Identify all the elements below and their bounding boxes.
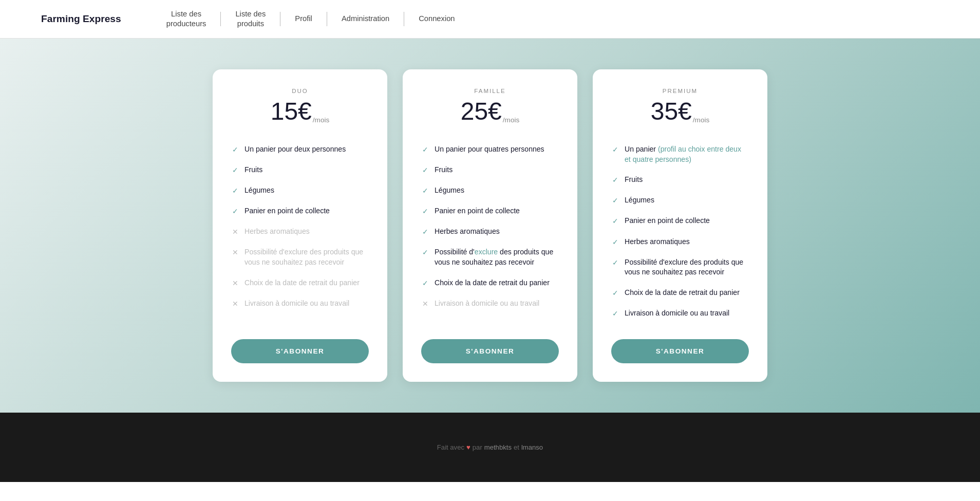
navbar-brand[interactable]: Farming Express — [41, 13, 121, 25]
x-icon: ✕ — [231, 279, 239, 288]
feature-premium-5: ✓ Herbes aromatiques — [611, 232, 749, 252]
feature-duo-5: ✕ Herbes aromatiques — [231, 221, 369, 242]
navbar-item-administration[interactable]: Administration — [327, 14, 404, 24]
check-icon: ✓ — [611, 196, 619, 206]
feature-duo-4: ✓ Panier en point de collecte — [231, 201, 369, 221]
footer-author1[interactable]: methbkts — [484, 443, 512, 451]
main-content: DUO 15€/mois ✓ Un panier pour deux perso… — [0, 39, 980, 413]
plan-price-premium: 35€/mois — [611, 99, 749, 124]
navbar-link-produits[interactable]: Liste des produits — [221, 9, 280, 29]
feature-premium-6: ✓ Possibilité d'exclure des produits que… — [611, 252, 749, 283]
feature-text: Un panier pour quatres personnes — [435, 144, 544, 155]
feature-text: Fruits — [625, 175, 643, 185]
navbar-link-connexion[interactable]: Connexion — [404, 14, 469, 24]
subscribe-button-duo[interactable]: S'ABONNER — [231, 339, 369, 363]
feature-duo-7: ✕ Choix de la date de retrait du panier — [231, 273, 369, 293]
check-icon: ✓ — [421, 207, 429, 216]
x-icon: ✕ — [421, 299, 429, 309]
feature-premium-3: ✓ Légumes — [611, 190, 749, 211]
navbar-link-profil[interactable]: Profil — [280, 14, 327, 24]
price-amount-famille: 25€ — [461, 98, 502, 125]
pricing-card-famille: FAMILLE 25€/mois ✓ Un panier pour quatre… — [403, 69, 577, 382]
feature-famille-5: ✓ Herbes aromatiques — [421, 221, 559, 242]
pricing-grid: DUO 15€/mois ✓ Un panier pour deux perso… — [208, 69, 772, 382]
feature-duo-6: ✕ Possibilité d'exclure des produits que… — [231, 242, 369, 272]
price-period-duo: /mois — [313, 116, 329, 124]
check-icon: ✓ — [231, 165, 239, 175]
plan-name-duo: DUO — [231, 88, 369, 94]
feature-famille-8: ✕ Livraison à domicile ou au travail — [421, 293, 559, 314]
feature-premium-1: ✓ Un panier (profil au choix entre deux … — [611, 139, 749, 170]
features-list-duo: ✓ Un panier pour deux personnes ✓ Fruits… — [231, 139, 369, 324]
feature-text: Légumes — [244, 185, 274, 196]
navbar-item-profil[interactable]: Profil — [280, 14, 327, 24]
navbar-link-producteurs[interactable]: Liste des producteurs — [152, 9, 221, 29]
feature-duo-3: ✓ Légumes — [231, 180, 369, 201]
feature-famille-2: ✓ Fruits — [421, 160, 559, 180]
feature-text: Possibilité d'exclure des produits que v… — [244, 247, 369, 267]
footer-by: par — [473, 443, 482, 451]
footer-and: et — [514, 443, 519, 451]
feature-text: Herbes aromatiques — [625, 237, 690, 247]
check-icon: ✓ — [421, 279, 429, 288]
check-icon: ✓ — [231, 207, 239, 216]
feature-famille-6: ✓ Possibilité d'exclure des produits que… — [421, 242, 559, 272]
feature-text: Livraison à domicile ou au travail — [244, 299, 349, 309]
feature-text: Possibilité d'exclure des produits que v… — [435, 247, 559, 267]
check-icon: ✓ — [421, 145, 429, 155]
footer: Fait avec ♥ par methbkts et lmanso — [0, 413, 980, 482]
feature-text: Choix de la date de retrait du panier — [435, 278, 550, 288]
navbar-item-connexion[interactable]: Connexion — [404, 14, 469, 24]
price-amount-premium: 35€ — [651, 98, 692, 125]
footer-author2[interactable]: lmanso — [521, 443, 543, 451]
plan-name-premium: PREMIUM — [611, 88, 749, 94]
feature-text: Panier en point de collecte — [244, 206, 330, 216]
subscribe-button-famille[interactable]: S'ABONNER — [421, 339, 559, 363]
check-icon: ✓ — [611, 216, 619, 226]
check-icon: ✓ — [421, 227, 429, 237]
check-icon: ✓ — [611, 175, 619, 185]
feature-famille-4: ✓ Panier en point de collecte — [421, 201, 559, 221]
feature-famille-1: ✓ Un panier pour quatres personnes — [421, 139, 559, 160]
subscribe-button-premium[interactable]: S'ABONNER — [611, 339, 749, 363]
x-icon: ✕ — [231, 227, 239, 237]
features-list-famille: ✓ Un panier pour quatres personnes ✓ Fru… — [421, 139, 559, 324]
feature-text: Fruits — [435, 165, 453, 175]
price-period-famille: /mois — [503, 116, 519, 124]
x-icon: ✕ — [231, 248, 239, 257]
feature-text: Livraison à domicile ou au travail — [435, 299, 539, 309]
feature-text: Choix de la date de retrait du panier — [244, 278, 360, 288]
check-icon: ✓ — [611, 145, 619, 155]
check-icon: ✓ — [611, 258, 619, 268]
check-icon: ✓ — [611, 237, 619, 247]
feature-text: Possibilité d'exclure des produits que v… — [625, 257, 749, 277]
check-icon: ✓ — [421, 165, 429, 175]
check-icon: ✓ — [611, 309, 619, 319]
navbar-item-producteurs[interactable]: Liste des producteurs — [152, 9, 221, 29]
footer-text: Fait avec ♥ par methbkts et lmanso — [437, 443, 543, 451]
price-period-premium: /mois — [693, 116, 709, 124]
feature-premium-2: ✓ Fruits — [611, 170, 749, 190]
navbar-link-administration[interactable]: Administration — [327, 14, 404, 24]
feature-text: Fruits — [244, 165, 262, 175]
feature-text: Panier en point de collecte — [625, 216, 710, 226]
x-icon: ✕ — [231, 299, 239, 309]
footer-made-with: Fait avec — [437, 443, 464, 451]
feature-duo-2: ✓ Fruits — [231, 160, 369, 180]
feature-text: Panier en point de collecte — [435, 206, 520, 216]
navbar: Farming Express Liste des producteurs Li… — [0, 0, 980, 39]
feature-duo-1: ✓ Un panier pour deux personnes — [231, 139, 369, 160]
feature-text: Livraison à domicile ou au travail — [625, 308, 729, 319]
feature-text: Un panier pour deux personnes — [244, 144, 346, 155]
plan-price-famille: 25€/mois — [421, 99, 559, 124]
feature-text: Légumes — [435, 185, 464, 196]
check-icon: ✓ — [231, 186, 239, 196]
feature-text: Herbes aromatiques — [244, 227, 310, 237]
feature-text: Herbes aromatiques — [435, 227, 500, 237]
plan-name-famille: FAMILLE — [421, 88, 559, 94]
feature-premium-4: ✓ Panier en point de collecte — [611, 211, 749, 231]
features-list-premium: ✓ Un panier (profil au choix entre deux … — [611, 139, 749, 324]
navbar-item-produits[interactable]: Liste des produits — [221, 9, 280, 29]
pricing-card-premium: PREMIUM 35€/mois ✓ Un panier (profil au … — [593, 69, 767, 382]
feature-text: Choix de la date de retrait du panier — [625, 288, 740, 298]
